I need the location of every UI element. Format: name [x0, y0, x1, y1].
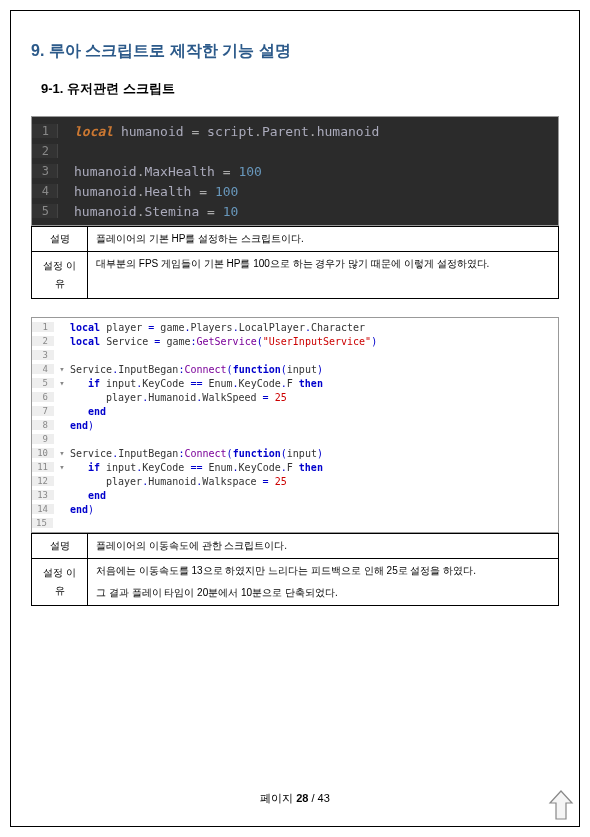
line-number: 1: [32, 322, 54, 332]
line-number: 15: [32, 518, 53, 528]
label-reason: 설정 이유: [32, 559, 88, 606]
code-block-1: 1local humanoid = script.Parent.humanoid…: [31, 116, 559, 226]
code-content: end: [68, 406, 106, 417]
fold-marker: ▾: [56, 448, 68, 458]
code-line: 9: [32, 432, 558, 446]
line-number: 6: [32, 392, 54, 402]
code-content: humanoid.Stemina = 10: [74, 204, 238, 219]
desc-body: 플레이어의 기본 HP를 설정하는 스크립트이다.: [88, 227, 559, 252]
code-line: 6player.Humanoid.WalkSpeed = 25: [32, 390, 558, 404]
line-number: 4: [32, 184, 58, 198]
section-heading: 9. 루아 스크립트로 제작한 기능 설명: [31, 41, 559, 62]
code-line: 5▾if input.KeyCode == Enum.KeyCode.F the…: [32, 376, 558, 390]
code-line: 4humanoid.Health = 100: [32, 181, 558, 201]
line-number: 3: [32, 164, 58, 178]
label-desc: 설명: [32, 534, 88, 559]
scroll-to-top-button[interactable]: [548, 789, 574, 825]
code-line: 2: [32, 141, 558, 161]
line-number: 1: [32, 124, 58, 138]
document-page: 9. 루아 스크립트로 제작한 기능 설명 9-1. 유저관련 스크립트 1lo…: [10, 10, 580, 827]
subsection-heading: 9-1. 유저관련 스크립트: [41, 80, 559, 98]
fold-marker: ▾: [56, 462, 68, 472]
line-number: 4: [32, 364, 54, 374]
code-content: if input.KeyCode == Enum.KeyCode.F then: [68, 462, 323, 473]
code-line: 10▾Service.InputBegan:Connect(function(i…: [32, 446, 558, 460]
label-reason: 설정 이유: [32, 252, 88, 299]
code-line: 1local player = game.Players.LocalPlayer…: [32, 320, 558, 334]
page-total: 43: [318, 792, 330, 804]
code-content: end: [68, 490, 106, 501]
line-number: 13: [32, 490, 54, 500]
line-number: 2: [32, 336, 54, 346]
arrow-up-icon: [548, 789, 574, 821]
code-content: player.Humanoid.WalkSpeed = 25: [68, 392, 287, 403]
line-number: 2: [32, 144, 58, 158]
code-content: humanoid.MaxHealth = 100: [74, 164, 262, 179]
line-number: 11: [32, 462, 54, 472]
description-table-2: 설명 플레이어의 이동속도에 관한 스크립트이다. 설정 이유 처음에는 이동속…: [31, 533, 559, 606]
code-line: 15: [32, 516, 558, 530]
code-line: 4▾Service.InputBegan:Connect(function(in…: [32, 362, 558, 376]
line-number: 3: [32, 350, 54, 360]
line-number: 14: [32, 504, 54, 514]
desc-body: 플레이어의 이동속도에 관한 스크립트이다.: [88, 534, 559, 559]
line-number: 7: [32, 406, 54, 416]
fold-marker: ▾: [56, 378, 68, 388]
line-number: 12: [32, 476, 54, 486]
reason-body: 대부분의 FPS 게임들이 기본 HP를 100으로 하는 경우가 많기 때문에…: [88, 252, 559, 299]
code-line: 7end: [32, 404, 558, 418]
code-line: 3: [32, 348, 558, 362]
code-content: player.Humanoid.Walkspace = 25: [68, 476, 287, 487]
code-line: 1local humanoid = script.Parent.humanoid: [32, 121, 558, 141]
code-block-2: 1local player = game.Players.LocalPlayer…: [31, 317, 559, 533]
code-line: 11▾if input.KeyCode == Enum.KeyCode.F th…: [32, 460, 558, 474]
code-content: end): [68, 420, 94, 431]
code-line: 5humanoid.Stemina = 10: [32, 201, 558, 221]
code-content: if input.KeyCode == Enum.KeyCode.F then: [68, 378, 323, 389]
reason-body: 처음에는 이동속도를 13으로 하였지만 느리다는 피드백으로 인해 25로 설…: [88, 559, 559, 606]
code-content: humanoid.Health = 100: [74, 184, 238, 199]
code-line: 12player.Humanoid.Walkspace = 25: [32, 474, 558, 488]
code-line: 2local Service = game:GetService("UserIn…: [32, 334, 558, 348]
line-number: 5: [32, 204, 58, 218]
code-content: Service.InputBegan:Connect(function(inpu…: [68, 364, 323, 375]
line-number: 5: [32, 378, 54, 388]
line-number: 9: [32, 434, 54, 444]
line-number: 8: [32, 420, 54, 430]
page-current: 28: [296, 792, 308, 804]
code-content: Service.InputBegan:Connect(function(inpu…: [68, 448, 323, 459]
code-content: end): [68, 504, 94, 515]
fold-marker: ▾: [56, 364, 68, 374]
code-content: local Service = game:GetService("UserInp…: [68, 336, 377, 347]
code-content: local player = game.Players.LocalPlayer.…: [68, 322, 365, 333]
code-line: 3humanoid.MaxHealth = 100: [32, 161, 558, 181]
code-content: local humanoid = script.Parent.humanoid: [74, 124, 379, 139]
code-line: 13end: [32, 488, 558, 502]
code-line: 14end): [32, 502, 558, 516]
code-line: 8end): [32, 418, 558, 432]
page-footer: 페이지 28 / 43: [11, 791, 579, 806]
line-number: 10: [32, 448, 54, 458]
label-desc: 설명: [32, 227, 88, 252]
description-table-1: 설명 플레이어의 기본 HP를 설정하는 스크립트이다. 설정 이유 대부분의 …: [31, 226, 559, 299]
